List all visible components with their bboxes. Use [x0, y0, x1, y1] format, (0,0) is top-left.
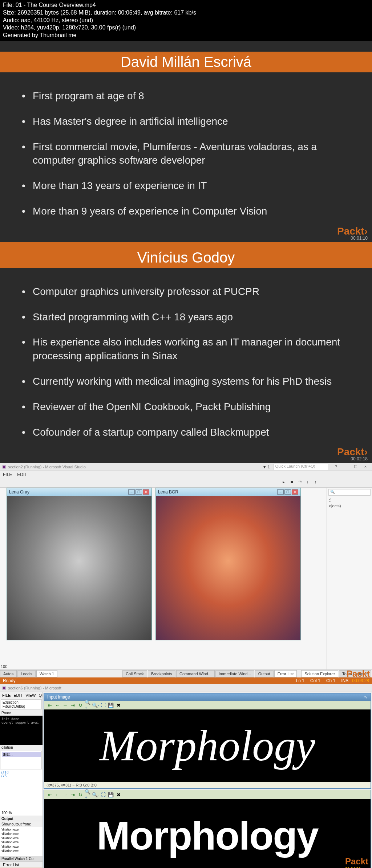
menu-file[interactable]: FILE [3, 472, 12, 477]
menu-view[interactable]: VIEW [25, 693, 36, 697]
step-icon[interactable]: ↑ [315, 480, 321, 486]
toolbar-button[interactable]: ■ [291, 480, 297, 486]
save-icon[interactable]: 💾 [108, 791, 114, 798]
refresh-icon[interactable]: ↻ [77, 791, 84, 798]
tree-item[interactable]: ojects) [327, 503, 372, 509]
packt-logo: Packt [345, 856, 368, 866]
zoom-out-icon[interactable]: 🔍- [92, 702, 99, 708]
help-icon[interactable]: ? [332, 464, 340, 469]
lena-gray-window[interactable]: Lena Gray – ☐ × [7, 488, 152, 640]
image-toolbar: ⇤ ← → ⇥ ↻ 🔍+ 🔍- ⛶ 💾 ✖ [44, 790, 371, 799]
status-ins: INS [341, 678, 348, 683]
code-editor[interactable]: if(d //S [0, 770, 43, 810]
output-panel-header: Output [0, 816, 43, 821]
status-line: Ln 1 [296, 678, 304, 683]
slide-body: Computer graphics university professor a… [0, 268, 372, 449]
packt-logo: Packt [337, 225, 368, 237]
bullet: Computer graphics university professor a… [22, 279, 350, 304]
nav-next-icon[interactable]: → [62, 702, 68, 708]
bullet: More than 9 years of experience in Compu… [22, 199, 350, 224]
visual-studio-morphology: ▣ section6 (Running) - Microsoft FILE ED… [0, 684, 372, 868]
zoom-level[interactable]: 100 % [0, 810, 43, 816]
tab-errorlist[interactable]: Error List [274, 670, 297, 677]
zoom-fit-icon[interactable]: ⛶ [100, 791, 106, 798]
tab-solution-explorer[interactable]: Solution Explorer [301, 670, 338, 677]
nav-prev-icon[interactable]: ← [54, 702, 61, 708]
close-icon[interactable]: × [292, 489, 298, 495]
tab-callstack[interactable]: Call Stack [122, 670, 147, 677]
tree-item[interactable]: ;) [327, 497, 372, 503]
lena-bgr-window[interactable]: Lena BGR – ☐ × [155, 488, 301, 640]
bullet: Started programming with C++ 18 years ag… [22, 304, 350, 330]
minimize-icon[interactable]: – [341, 464, 350, 469]
address-bar[interactable]: E:\section F\build\Debug [1, 699, 42, 709]
refresh-icon[interactable]: ↻ [77, 702, 84, 708]
visual-studio-lena: ▣ section2 (Running) - Microsoft Visual … [0, 463, 372, 684]
bullet: Currently working with medical imaging s… [22, 369, 350, 394]
tab-locals[interactable]: Locals [17, 670, 36, 677]
slide-header: Vinícius Godoy [0, 247, 372, 268]
bullet: His experience also includes working as … [22, 329, 350, 369]
close-icon[interactable]: × [361, 464, 370, 469]
meta-gen: Generated by Thumbnail me [3, 32, 369, 39]
maximize-icon[interactable]: ☐ [284, 489, 291, 495]
list-item[interactable]: dilat... [2, 752, 41, 757]
output-image-window[interactable]: ⇤ ← → ⇥ ↻ 🔍+ 🔍- ⛶ 💾 ✖ Morphology Packt 0… [44, 790, 371, 868]
tab-output[interactable]: Output [255, 670, 274, 677]
tab-command[interactable]: Command Wind... [176, 670, 215, 677]
packt-logo: Packt [337, 446, 368, 457]
process-label: Proce [0, 710, 43, 716]
maximize-icon[interactable]: ☐ [351, 464, 360, 469]
menu-file[interactable]: FILE [2, 693, 11, 697]
tab-watch[interactable]: Watch 1 [36, 670, 57, 677]
nav-prev-icon[interactable]: ← [54, 791, 61, 798]
zoom-fit-icon[interactable]: ⛶ [100, 702, 106, 708]
solution-search-input[interactable]: 🔍 [328, 489, 371, 496]
quick-launch-input[interactable]: Quick Launch (Ctrl+Q) [274, 464, 328, 470]
window-title: section2 (Running) - Microsoft Visual St… [8, 465, 86, 469]
window-caption: Lena Gray [9, 489, 29, 495]
nav-first-icon[interactable]: ⇤ [46, 791, 53, 798]
vs-titlebar[interactable]: ▣ section2 (Running) - Microsoft Visual … [0, 463, 372, 471]
slide-vinicius: Vinícius Godoy Computer graphics univers… [0, 247, 372, 463]
output-showfrom[interactable]: Show output from: [0, 821, 43, 827]
nav-first-icon[interactable]: ⇤ [46, 702, 53, 708]
vs-titlebar[interactable]: ▣ section6 (Running) - Microsoft [0, 684, 372, 692]
clear-icon[interactable]: ✖ [115, 791, 122, 798]
save-icon[interactable]: 💾 [108, 702, 114, 708]
nav-last-icon[interactable]: ⇥ [69, 791, 76, 798]
toolbar-button[interactable]: ↷ [299, 480, 305, 486]
step-icon[interactable]: ↓ [307, 480, 313, 486]
menu-edit[interactable]: EDIT [13, 693, 23, 697]
toolbar-button[interactable]: ▸ [283, 480, 289, 486]
maximize-icon[interactable]: ☐ [136, 489, 142, 495]
input-image-window[interactable]: Input image ↖ ⇤ ← → ⇥ ↻ 🔍+ 🔍- ⛶ 💾 ✖ [44, 693, 371, 789]
meta-video: Video: h264, yuv420p, 1280x720, 30.00 fp… [3, 24, 369, 32]
zoom-out-icon[interactable]: 🔍- [92, 791, 99, 798]
file-list[interactable]: dilat... [1, 751, 42, 769]
tab-immediate[interactable]: Immediate Wind... [215, 670, 254, 677]
minimize-icon[interactable]: – [277, 489, 284, 495]
vs-toolbar: ▸ ■ ↷ ↓ ↑ [0, 478, 372, 488]
close-icon[interactable]: × [143, 489, 149, 495]
clear-icon[interactable]: ✖ [115, 702, 122, 708]
tab-breakpoints[interactable]: Breakpoints [148, 670, 175, 677]
zoom-level[interactable]: 100 [1, 664, 7, 669]
menu-edit[interactable]: EDIT [17, 472, 27, 477]
nav-last-icon[interactable]: ⇥ [69, 702, 76, 708]
meta-file: File: 01 - The Course Overview.mp4 [3, 1, 369, 9]
tab-autos[interactable]: Autos [0, 670, 17, 677]
slide-header: David Millán Escrivá [0, 52, 372, 72]
slide-david: David Millán Escrivá First program at ag… [0, 41, 372, 242]
solution-explorer-panel: 🔍 ;) ojects) [327, 488, 372, 669]
image-canvas: Morphology Packt 00:04:36 [44, 799, 371, 868]
zoom-in-icon[interactable]: 🔍+ [85, 702, 91, 708]
tree-item[interactable]: dilation [0, 745, 43, 750]
bottom-tabs[interactable]: Parallel Watch 1 Co [0, 856, 43, 861]
minimize-icon[interactable]: – [128, 489, 135, 495]
nav-next-icon[interactable]: → [62, 791, 68, 798]
tab-errorlist[interactable]: Error List [0, 861, 43, 868]
zoom-in-icon[interactable]: 🔍+ [85, 791, 91, 798]
console-output: init done opengl support avai [0, 716, 43, 745]
notification-badge[interactable]: ▼ 1 [263, 465, 270, 469]
